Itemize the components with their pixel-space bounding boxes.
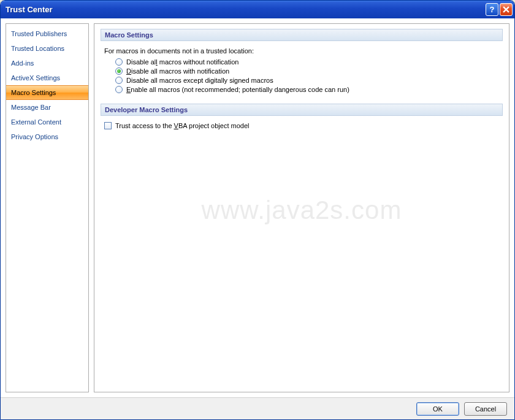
macro-option-label: Disable all macros with notification — [126, 67, 229, 75]
sidebar-item-trusted-publishers[interactable]: Trusted Publishers — [6, 26, 88, 41]
help-button[interactable]: ? — [486, 3, 498, 16]
sidebar-item-external-content[interactable]: External Content — [6, 115, 88, 129]
trust-vba-label: Trust access to the VBA project object m… — [115, 122, 250, 129]
radio-icon — [115, 77, 123, 84]
sidebar-item-activex-settings[interactable]: ActiveX Settings — [6, 71, 88, 85]
trust-center-dialog: Trust Center ? Trusted PublishersTrusted… — [0, 0, 515, 420]
checkbox-icon — [104, 122, 112, 129]
sidebar-item-trusted-locations[interactable]: Trusted Locations — [6, 41, 88, 56]
window-title: Trust Center — [6, 5, 484, 14]
macro-option-label: Enable all macros (not recommended; pote… — [126, 86, 349, 93]
trust-vba-checkbox-row[interactable]: Trust access to the VBA project object m… — [104, 122, 503, 129]
close-button[interactable] — [500, 3, 513, 16]
macro-option-2[interactable]: Disable all macros except digitally sign… — [115, 77, 503, 84]
cancel-button[interactable]: Cancel — [464, 402, 507, 416]
radio-icon — [115, 58, 123, 66]
section-header-macro: Macro Settings — [101, 29, 503, 41]
sidebar-item-macro-settings[interactable]: Macro Settings — [6, 85, 88, 100]
macro-option-label: Disable all macros except digitally sign… — [126, 77, 273, 84]
help-icon: ? — [490, 5, 495, 14]
sidebar: Trusted PublishersTrusted LocationsAdd-i… — [6, 23, 89, 392]
main-panel: Macro Settings For macros in documents n… — [94, 23, 509, 392]
macro-intro-text: For macros in documents not in a trusted… — [104, 47, 503, 55]
titlebar: Trust Center ? — [1, 1, 514, 18]
sidebar-item-message-bar[interactable]: Message Bar — [6, 100, 88, 115]
ok-button[interactable]: OK — [416, 402, 459, 416]
macro-radio-group: Disable all macros without notificationD… — [115, 58, 503, 93]
radio-icon — [115, 67, 123, 75]
macro-option-1[interactable]: Disable all macros with notification — [115, 67, 503, 75]
content-area: Trusted PublishersTrusted LocationsAdd-i… — [1, 18, 514, 397]
sidebar-item-privacy-options[interactable]: Privacy Options — [6, 129, 88, 144]
radio-icon — [115, 86, 123, 93]
macro-option-label: Disable all macros without notification — [126, 58, 238, 66]
macro-option-0[interactable]: Disable all macros without notification — [115, 58, 503, 66]
close-icon — [503, 6, 509, 13]
sidebar-item-add-ins[interactable]: Add-ins — [6, 56, 88, 71]
macro-option-3[interactable]: Enable all macros (not recommended; pote… — [115, 86, 503, 93]
section-header-developer: Developer Macro Settings — [101, 104, 503, 116]
dialog-footer: OK Cancel — [1, 397, 514, 419]
watermark: www.java2s.com — [94, 196, 509, 225]
